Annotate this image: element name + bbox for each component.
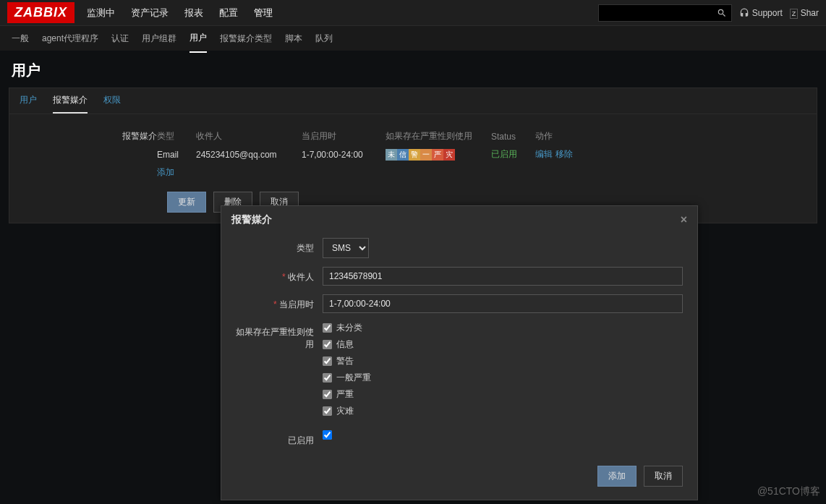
td-recipient: 245234105@qq.com [196,150,290,160]
nav-configuration[interactable]: 配置 [218,0,239,27]
share-link[interactable]: Z Shar [790,8,819,18]
action-remove[interactable]: 移除 [555,148,573,161]
subnav-media-types[interactable]: 报警媒介类型 [220,25,272,52]
chk-notclassified[interactable] [323,323,332,333]
nav-reports[interactable]: 报表 [183,0,205,27]
z-icon: Z [790,9,799,19]
sev-badge-notclassified: 未 [386,149,397,161]
nav-monitoring[interactable]: 监测中 [85,0,116,27]
lbl-type: 类型 [236,238,323,255]
media-table-head: 类型 收件人 当启用时 如果存在严重性则使用 Status 动作 [157,127,806,145]
dialog-body: 类型 SMS 收件人 当启用时 如果存在严重性则使用 未分类 信息 警告 一般严… [221,234,697,466]
dialog-footer: 添加 取消 [221,466,697,500]
lbl-when-active: 当启用时 [236,294,323,311]
search-input[interactable] [598,4,732,22]
chk-information[interactable] [323,340,332,349]
chk-disaster[interactable] [323,406,332,416]
tab-permissions[interactable]: 权限 [103,94,121,114]
share-label: Shar [801,8,819,18]
lbl-recipient: 收件人 [236,267,323,283]
media-table-row: Email 245234105@qq.com 1-7,00:00-24:00 未… [157,145,806,163]
th-type: 类型 [157,130,184,142]
nav-inventory[interactable]: 资产记录 [129,0,170,27]
td-when-active: 1-7,00:00-24:00 [302,150,374,160]
dialog-cancel-button[interactable]: 取消 [644,466,683,487]
severity-checklist: 未分类 信息 警告 一般严重 严重 灾难 [323,322,683,422]
sev-badge-information: 信 [397,149,409,161]
media-label: 报警媒介 [20,127,157,181]
subnav-user-groups[interactable]: 用户组群 [142,25,176,52]
chk-average[interactable] [323,373,332,383]
chk-warning[interactable] [323,356,332,366]
tabs: 用户 报警媒介 权限 [9,88,817,114]
close-icon[interactable]: × [681,213,687,226]
subnav-users[interactable]: 用户 [190,25,207,53]
update-button[interactable]: 更新 [167,192,206,213]
lbl-severity: 如果存在严重性则使用 [236,322,323,351]
td-type: Email [157,150,184,160]
sub-nav: 一般 agent代理程序 认证 用户组群 用户 报警媒介类型 脚本 队列 [0,26,826,51]
th-status: Status [491,132,524,142]
sev-badge-high: 严 [432,149,443,161]
lbl-enabled: 已启用 [236,430,323,447]
td-severity-badges: 未信警一严灾 [386,149,480,161]
content-box: 用户 报警媒介 权限 报警媒介 类型 收件人 当启用时 如果存在严重性则使用 S… [9,87,817,223]
sev-badge-disaster: 灾 [443,149,455,161]
search-icon [717,8,727,18]
dialog-add-button[interactable]: 添加 [597,466,636,487]
enabled-checkbox[interactable] [323,430,332,440]
subnav-proxies[interactable]: agent代理程序 [42,25,98,52]
tab-user[interactable]: 用户 [20,94,37,114]
sev-badge-warning: 警 [409,149,420,161]
th-severity: 如果存在严重性则使用 [386,130,480,142]
recipient-input[interactable] [323,267,683,286]
support-label: Support [752,8,783,18]
th-recipient: 收件人 [196,130,290,142]
type-select[interactable]: SMS [323,238,369,258]
subnav-scripts[interactable]: 脚本 [285,25,302,52]
subnav-authentication[interactable]: 认证 [111,25,129,52]
th-when-active: 当启用时 [302,130,374,142]
subnav-general[interactable]: 一般 [12,25,29,52]
sev-badge-average: 一 [420,149,432,161]
page-title: 用户 [0,51,826,87]
support-link[interactable]: Support [739,8,783,18]
top-nav: 监测中 资产记录 报表 配置 管理 [85,0,598,27]
when-active-input[interactable] [323,294,683,313]
media-section: 报警媒介 类型 收件人 当启用时 如果存在严重性则使用 Status 动作 Em… [9,114,817,192]
chk-high[interactable] [323,390,332,399]
add-media-link[interactable]: 添加 [157,166,174,179]
td-status[interactable]: 已启用 [491,148,524,161]
top-right: Support Z Shar [598,4,819,22]
media-dialog: 报警媒介 × 类型 SMS 收件人 当启用时 如果存在严重性则使用 未分类 信息… [221,205,698,500]
action-edit[interactable]: 编辑 [535,148,553,161]
tab-media[interactable]: 报警媒介 [53,94,88,114]
logo[interactable]: ZABBIX [7,2,74,23]
nav-administration[interactable]: 管理 [252,0,274,27]
media-add-row: 添加 [157,163,806,181]
headset-icon [739,8,749,18]
watermark: @51CTO博客 [757,485,820,498]
subnav-queue[interactable]: 队列 [315,25,333,52]
dialog-header: 报警媒介 × [221,206,697,234]
dialog-title: 报警媒介 [231,213,272,226]
top-bar: ZABBIX 监测中 资产记录 报表 配置 管理 Support Z Shar [0,0,826,26]
media-table: 类型 收件人 当启用时 如果存在严重性则使用 Status 动作 Email 2… [157,127,806,181]
th-action: 动作 [535,130,586,142]
